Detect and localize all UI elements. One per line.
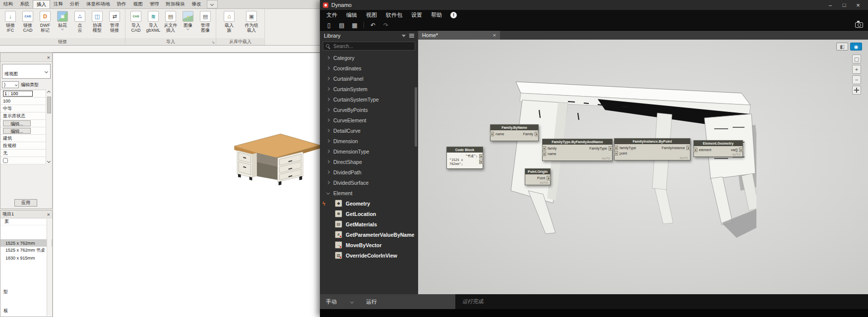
btn-load-as-group[interactable]: 作为组载入 (241, 10, 262, 33)
pan-button[interactable] (852, 86, 861, 95)
btn-link-ifc[interactable]: 链接IFC (2, 10, 19, 33)
btn-point-cloud[interactable]: 点云 (71, 10, 88, 33)
menu-file[interactable]: 文件 (322, 10, 342, 20)
btn-dwf-markup[interactable]: DWF标记 (37, 10, 54, 33)
graph-view-button[interactable] (850, 43, 862, 51)
tab-collaborate[interactable]: 协作 (114, 0, 130, 8)
revit-3d-desk[interactable] (228, 127, 322, 202)
minimize-button[interactable] (823, 0, 837, 10)
crop-view-checkbox[interactable] (3, 158, 8, 163)
lacing-indicator[interactable]: AUTO (602, 157, 610, 160)
menu-packages[interactable]: 软件包 (381, 10, 407, 20)
zoom-fit-button[interactable] (852, 54, 861, 63)
output-port[interactable] (739, 148, 743, 152)
tab-massing-site[interactable]: 体量和场地 (83, 0, 114, 8)
lacing-indicator[interactable]: AUTO (680, 157, 688, 159)
scroll-down-icon[interactable] (47, 159, 51, 163)
menu-edit[interactable]: 编辑 (342, 10, 362, 20)
lib-cat-curtainpanel[interactable]: CurtainPanel (320, 73, 418, 84)
tab-annotate[interactable]: 注释 (50, 0, 66, 8)
lib-cat-curtainsystemtype[interactable]: CurtainSystemType (320, 94, 418, 105)
lacing-indicator[interactable]: AUTO (733, 153, 741, 156)
family-type-item[interactable]: 1525 x 762mm (0, 239, 52, 247)
browser-search-row[interactable]: 案 (0, 218, 52, 225)
btn-decal[interactable]: 贴花 (54, 10, 71, 30)
parts-visibility-cell[interactable]: 显示原状态 (0, 112, 46, 120)
input-port[interactable] (693, 148, 697, 152)
run-button[interactable]: 运行 (366, 298, 377, 306)
close-icon[interactable] (47, 54, 50, 60)
library-scrollbar[interactable] (415, 87, 417, 147)
type-combo[interactable]: ) (2, 81, 19, 88)
browser-scrollbar[interactable] (47, 219, 52, 316)
lib-cat-curvebypoints[interactable]: CurveByPoints (320, 105, 418, 115)
filter-icon[interactable] (402, 35, 406, 37)
output-port[interactable] (479, 159, 483, 164)
output-port[interactable] (479, 154, 483, 158)
btn-manage-images[interactable]: 管理图像 (197, 10, 214, 33)
zoom-in-button[interactable] (852, 65, 861, 74)
tab-structure[interactable]: 结构 (0, 0, 16, 8)
lacing-indicator[interactable]: AUTO (540, 181, 548, 184)
menu-view[interactable]: 视图 (362, 10, 381, 20)
detail-level-cell[interactable]: 中等 (0, 105, 46, 112)
undo-icon[interactable] (369, 21, 377, 29)
drawing-area[interactable] (53, 53, 327, 317)
input-port[interactable] (614, 146, 618, 150)
input-port[interactable] (614, 151, 618, 156)
lib-node-getlocation[interactable]: GetLocation (320, 209, 418, 219)
visibility-graphics-edit-button[interactable]: 编辑... (3, 120, 31, 126)
open-file-icon[interactable] (338, 21, 346, 29)
library-menu-icon[interactable] (409, 35, 414, 36)
family-type-item[interactable]: 1830 x 915mm (0, 254, 52, 262)
input-port[interactable] (542, 152, 546, 156)
tab-insert[interactable]: 插入 (33, 0, 50, 8)
geometry-view-button[interactable] (836, 43, 848, 51)
lib-cat-dimensiontype[interactable]: DimensionType (320, 146, 418, 157)
export-workspace-camera-icon[interactable] (855, 22, 863, 28)
notifications-icon[interactable] (450, 12, 457, 18)
code-line[interactable]: "1525 x 762mm"; (449, 158, 478, 166)
lib-node-geometry[interactable]: Geometry (320, 198, 418, 209)
input-port[interactable] (490, 132, 494, 136)
btn-import-gbxml[interactable]: 导入gbXML (145, 10, 162, 33)
edit-type-button[interactable]: 编辑类型 (21, 82, 39, 88)
node-familytype-byfamilyandname[interactable]: FamilyType.ByFamilyAndName family Family… (542, 139, 613, 161)
ribbon-collapse-toggle[interactable] (207, 0, 218, 8)
save-file-icon[interactable] (351, 21, 359, 29)
lib-cat-curtainsystem[interactable]: CurtainSystem (320, 84, 418, 94)
tab-view[interactable]: 视图 (130, 0, 146, 8)
zoom-out-button[interactable] (852, 75, 861, 84)
lib-cat-coordinates[interactable]: Coordinates (320, 63, 418, 73)
discipline-cell[interactable]: 建筑 (0, 135, 46, 142)
btn-link-cad[interactable]: 链接CAD (19, 10, 36, 33)
output-port[interactable] (686, 146, 690, 150)
output-port[interactable] (535, 132, 539, 136)
lib-cat-element[interactable]: Element (320, 188, 418, 198)
node-family-byname[interactable]: Family.ByName name Family (490, 124, 539, 141)
close-icon[interactable] (47, 211, 50, 217)
menu-settings[interactable]: 设置 (407, 10, 427, 20)
family-type-item[interactable]: 1525 x 762mm 书桌 (0, 247, 52, 254)
menu-help[interactable]: 帮助 (427, 10, 446, 20)
lib-cat-dividedsurface[interactable]: DividedSurface (320, 177, 418, 188)
lib-node-movebyvector[interactable]: MoveByVector (320, 240, 418, 250)
view-type-selector[interactable]: 维视图 (2, 64, 51, 79)
maximize-button[interactable] (837, 0, 851, 10)
lib-node-overridecolorinview[interactable]: OverrideColorInView (320, 250, 418, 261)
output-port[interactable] (547, 176, 551, 180)
tab-analyze[interactable]: 分析 (66, 0, 83, 8)
scrollbar-thumb[interactable] (47, 97, 51, 113)
node-point-origin[interactable]: Point.Origin Point AUTO (525, 168, 551, 185)
lib-cat-curveelement[interactable]: CurveElement (320, 115, 418, 125)
title-bar[interactable]: Dynamo (320, 0, 868, 10)
scroll-up-icon[interactable] (47, 91, 51, 94)
tab-modify[interactable]: 修改 (188, 0, 205, 8)
library-search-input[interactable] (333, 44, 412, 49)
browser-tree-label[interactable]: 板 (3, 308, 8, 314)
btn-image[interactable]: 图像 (180, 10, 196, 30)
run-mode-select[interactable]: 手动 (326, 298, 353, 306)
new-file-icon[interactable] (325, 21, 333, 29)
btn-load-family[interactable]: 载入族 (218, 10, 240, 33)
node-element-geometry[interactable]: Element.Geometry element var[] AUTO (693, 140, 743, 157)
